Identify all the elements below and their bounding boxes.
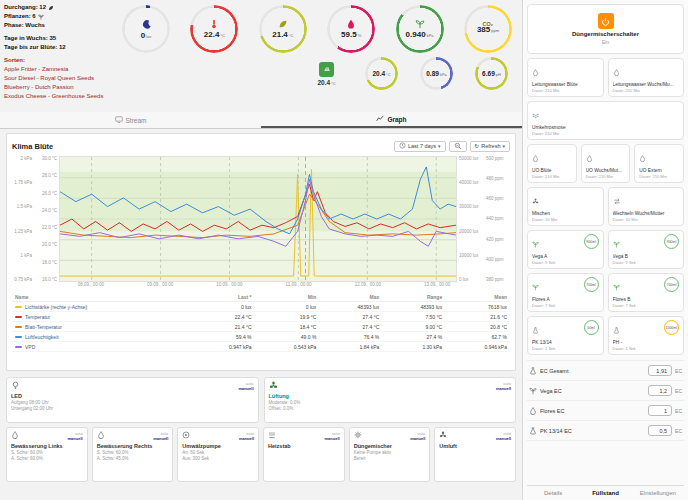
legend-row[interactable]: Luftfeuchtigkeit 59.4 %49.0 %76.4 %27.4 … xyxy=(12,332,510,342)
device-card-umluft[interactable]: automanuell Umluft xyxy=(434,427,516,482)
card-flores-b[interactable]: 700ml Flores B Dauer: 7 Sek xyxy=(608,273,685,312)
fan-icon xyxy=(269,381,278,390)
droplet-icon xyxy=(529,407,537,415)
card-ph-minus[interactable]: 1000ml PH - Dauer: 1 Sek xyxy=(608,316,685,355)
device-card-lueftung[interactable]: automanuell Lüftung Moderate: 0.0% Offse… xyxy=(264,377,517,423)
card-uo-wuchs[interactable]: UO Wuchs/Mut... Dauer: 210 Min xyxy=(581,144,631,183)
legend-row[interactable]: Temperatur 22.4 °C19.9 °C27.4 °C7.50 °C2… xyxy=(12,312,510,322)
card-mischen[interactable]: Mischen Dauer: 10 Min xyxy=(527,187,604,226)
mixer-switch-state: Ein xyxy=(602,39,609,45)
gauge-ph[interactable]: 6.69pH xyxy=(475,57,508,90)
mixer-switch-card[interactable]: Düngermischerschalter Ein xyxy=(527,4,684,54)
time-range-picker[interactable]: Last 7 days▾ xyxy=(394,141,446,152)
zoom-out-button[interactable] xyxy=(449,141,467,152)
ec-row-vega: Vega EC 1,2 EC xyxy=(527,381,684,401)
gauge-substrate-temperature[interactable]: 20.4°C xyxy=(365,57,398,90)
card-uo-bluete[interactable]: UO Blüte Dauer: 210 Min xyxy=(527,144,577,183)
legend-col-range[interactable]: Range xyxy=(382,293,445,302)
mixer-switch-title: Düngermischerschalter xyxy=(572,31,639,37)
mode-manual[interactable]: manuell xyxy=(68,436,83,441)
wave-icon xyxy=(532,105,540,123)
flask-icon xyxy=(613,320,620,338)
volume-badge: 50ml xyxy=(584,320,599,335)
droplet-gear-icon xyxy=(97,431,105,439)
device-card-bewaesserung-links[interactable]: automanuell Bewässerung Links S. Schw: 6… xyxy=(6,427,88,482)
gauge-temperature[interactable]: 22.4°C xyxy=(190,5,238,53)
legend-col-max[interactable]: Max xyxy=(319,293,382,302)
series-swatch xyxy=(15,306,22,308)
gauge-vpd-night[interactable]: 0.89kPa xyxy=(420,57,453,90)
mode-manual[interactable]: manuell xyxy=(238,386,253,391)
chevron-down-icon: ▾ xyxy=(502,143,505,149)
monitor-icon xyxy=(115,116,123,124)
seedling-icon xyxy=(38,14,44,20)
x-axis-labels: 08.09., 00:0009.09., 00:0010.09., 00:001… xyxy=(59,282,457,290)
legend-row[interactable]: Blatt-Temperatur 21.4 °C18.4 °C27.4 °C9.… xyxy=(12,322,510,332)
legend-col-name[interactable]: Name xyxy=(12,293,190,302)
tab-einstellungen[interactable]: Einstellungen xyxy=(632,490,684,496)
device-line: A. Schw: 45.0% xyxy=(97,456,169,462)
tab-graph[interactable]: Graph xyxy=(261,112,522,128)
mode-manual[interactable]: manuell xyxy=(410,436,425,441)
chart-icon xyxy=(376,115,384,123)
tab-fuellstand[interactable]: Füllstand xyxy=(579,490,631,496)
ec-value-input[interactable]: 1,2 xyxy=(648,385,672,396)
tab-stream[interactable]: Stream xyxy=(0,112,261,128)
chart-plot-area[interactable] xyxy=(59,156,457,282)
device-card-umwaelzpumpe[interactable]: automanuell Umwälzpumpe An: 60 Sek Aus: … xyxy=(177,427,259,482)
plant-count-label: Pflanzen: 6 xyxy=(4,12,36,21)
legend-row[interactable]: Lichtstärke (rechte y-Achse) 0 lux0 lux4… xyxy=(12,302,510,312)
device-line: Bereit xyxy=(354,456,426,462)
tab-details[interactable]: Details xyxy=(527,490,579,496)
y-axis-lux: 50000 lux40000 lux30000 lux20000 lux1000… xyxy=(457,156,484,282)
mode-manual[interactable]: manuell xyxy=(239,436,254,441)
legend-col-min[interactable]: Min xyxy=(255,293,320,302)
device-card-heizstab[interactable]: automanuell Heizstab xyxy=(263,427,345,482)
card-leitungswasser-wuchs[interactable]: Leitungswasser Wuchs/Mu... Dauer: 210 Mi… xyxy=(608,58,685,97)
strains-heading: Sorten: xyxy=(4,56,116,65)
flask-icon xyxy=(532,320,539,338)
ec-value-input[interactable]: 0,5 xyxy=(648,425,672,436)
gauge-area: 0lux 22.4°C 21.4°C 59.5% xyxy=(116,3,518,109)
ec-value-input[interactable]: 1 xyxy=(648,405,672,416)
device-card-led[interactable]: automanuell LED Aufgang 08:00 Uhr Unterg… xyxy=(6,377,259,423)
device-line: A. Schw: 60.0% xyxy=(11,456,83,462)
gauge-leaf-temperature[interactable]: 21.4°C xyxy=(259,5,307,53)
gauge-humidity[interactable]: 59.5% xyxy=(327,5,375,53)
seedling-icon xyxy=(613,234,620,252)
card-uo-extern[interactable]: UO Extern Dauer: 210 Min xyxy=(634,144,684,183)
ec-value-input[interactable]: 1,91 xyxy=(648,365,672,376)
refresh-button[interactable]: ↻ Refresh▾ xyxy=(470,141,510,152)
mode-manual[interactable]: manuell xyxy=(496,436,511,441)
phase-label: Phase: Wuchs xyxy=(4,21,116,30)
gauge-vpd[interactable]: 0.940kPa xyxy=(396,5,444,53)
gauge-night-light[interactable]: 0lux xyxy=(122,5,170,53)
device-title: Heizstab xyxy=(268,443,340,450)
card-leitungswasser-bluete[interactable]: Leitungswasser Blüte Dauer: 210 Min xyxy=(527,58,604,97)
card-flores-a[interactable]: 700ml Flores A Dauer: 7 Sek xyxy=(527,273,604,312)
card-vega-a[interactable]: 900ml Vega A Dauer: 9 Sek xyxy=(527,230,604,269)
card-umkehrosmose[interactable]: Umkehrosmose Dauer: 210 Min xyxy=(527,101,684,140)
chart-title: Klima Blüte xyxy=(12,142,53,151)
card-pk-13-14[interactable]: 50ml PK 13/14 Dauer: 1 Sek xyxy=(527,316,604,355)
ec-row-pk: PK 13/14 EC 0,5 EC xyxy=(527,421,684,441)
mode-manual[interactable]: manuell xyxy=(153,436,168,441)
legend-row[interactable]: VPD 0.947 kPa0.543 kPa1.84 kPa1.30 kPa0.… xyxy=(12,342,510,352)
days-in-growth: Tage in Wuchs: 35 xyxy=(4,34,116,43)
legend-col-last[interactable]: Last * xyxy=(190,293,255,302)
legend-col-mean[interactable]: Mean xyxy=(445,293,510,302)
grow-cycle-label: Durchgang: 12 xyxy=(4,3,46,12)
mode-manual[interactable]: manuell xyxy=(325,436,340,441)
fertilizer-sidebar: Düngermischerschalter Ein Leitungswasser… xyxy=(522,0,688,500)
device-card-duengemischer[interactable]: automanuell Düngemischer Keine Pumpe akt… xyxy=(349,427,431,482)
mode-manual[interactable]: manuell xyxy=(496,386,511,391)
device-card-bewaesserung-rechts[interactable]: automanuell Bewässerung Rechts S. Schw: … xyxy=(92,427,174,482)
card-wechseln-wuchs-mutter[interactable]: Wechseln Wuchs/Mutter Dauer: 10 Min xyxy=(608,187,685,226)
sidebar-tabs: Details Füllstand Einstellungen xyxy=(527,485,684,496)
gauge-soil[interactable]: 20.4°C xyxy=(310,57,343,90)
card-vega-b[interactable]: 900ml Vega B Dauer: 9 Sek xyxy=(608,230,685,269)
y-axis-kpa: 2 kPa1.75 kPa1.5 kPa1.25 kPa1 kPa0.75 kP… xyxy=(12,156,34,282)
device-line: Aus: 300 Sek xyxy=(182,456,254,462)
magnifier-minus-icon xyxy=(454,142,462,151)
gauge-co2[interactable]: CO₂ 385ppm xyxy=(464,5,512,53)
